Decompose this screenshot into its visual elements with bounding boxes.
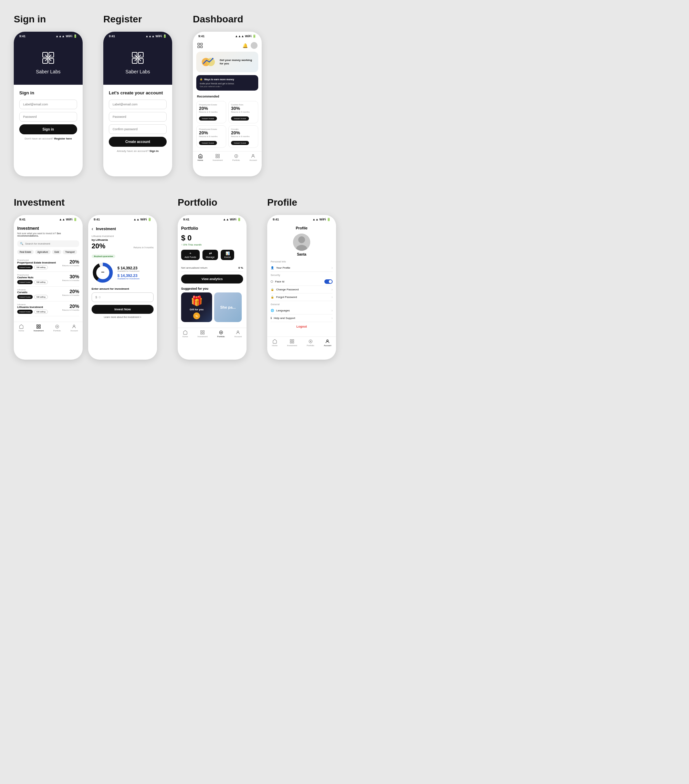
signin-register-link[interactable]: Register here	[54, 137, 72, 140]
detail-percent: 20%	[92, 242, 105, 250]
dash-invest-btn-2[interactable]: Instant Invest	[231, 117, 249, 120]
invdetail-time: 9:41	[94, 218, 100, 221]
port-nav-home[interactable]: Home	[183, 330, 188, 338]
learn-more-link[interactable]: Learn more about the investment >	[92, 316, 154, 318]
signin-logo-text: Saber Labs	[36, 69, 61, 74]
invlist-nav-portfolio[interactable]: Portfolio	[53, 324, 61, 332]
port-nav-investment[interactable]: Investment	[197, 330, 208, 338]
dash-invest-btn-4[interactable]: Instant Invest	[231, 141, 249, 145]
change-password-item[interactable]: 🔒 Change Password ›	[271, 286, 333, 293]
filter-real-estate[interactable]: Real Estate	[17, 250, 34, 254]
dashboard-promo[interactable]: 🔒 Ways to earn more money Invite your fr…	[196, 75, 258, 91]
donut-info: $ 14,392.23 Available for Investment $ 1…	[117, 266, 140, 280]
selling-btn-2[interactable]: Still selling	[34, 280, 48, 284]
dash-invest-btn-3[interactable]: Instant Invest	[199, 141, 217, 145]
port-nav-portfolio[interactable]: Portfolio	[217, 330, 225, 338]
selling-btn-4[interactable]: Still selling	[34, 310, 48, 314]
manage-icon: ⇄	[209, 252, 212, 255]
signin-password-input[interactable]	[19, 112, 77, 122]
selling-btn-1[interactable]: Still selling	[34, 265, 48, 269]
dashboard-cards-grid: Propertyvest Estate 20% Returns in 9 mon…	[193, 100, 262, 149]
detail-back-header: ‹ Investment	[92, 226, 154, 232]
filter-transport[interactable]: Transport	[62, 250, 77, 254]
dash-nav-portfolio[interactable]: Portfolio	[232, 154, 240, 161]
invest-btn-3[interactable]: Instant Invest	[17, 295, 33, 299]
portfolio-actions: + Add Funds ⇄ Manage 📊 Invest	[181, 250, 243, 260]
dashboard-phone: 9:41 ▲▲▲ WiFi 🔋 🔔	[193, 32, 262, 176]
languages-item[interactable]: 🌐 Languages ›	[271, 307, 333, 315]
logout-button[interactable]: Logout	[271, 322, 333, 331]
filter-agriculture[interactable]: Agriculture	[35, 250, 51, 254]
dash-invest-btn-1[interactable]: Instant Invest	[199, 117, 217, 120]
invest-now-button[interactable]: Invest Now	[92, 305, 154, 314]
face-id-icon: ⬡	[271, 280, 273, 283]
invlist-item-2: Propertyvest Cashew Nuts Instant Invest …	[17, 272, 79, 287]
invest-btn-2[interactable]: Instant Invest	[17, 280, 33, 284]
currency-symbol: $	[95, 296, 97, 299]
signin-button[interactable]: Sign in	[19, 124, 77, 134]
register-confirm-input[interactable]	[109, 124, 167, 134]
dash-nav-home[interactable]: Home	[197, 154, 203, 161]
investment-list-content: Investment Not sure what you want to inv…	[14, 222, 83, 320]
invest-btn-1[interactable]: Instant Invest	[17, 265, 33, 269]
help-support-item[interactable]: ℹ Help and Support ›	[271, 315, 333, 322]
register-button[interactable]: Create account	[109, 137, 167, 147]
svg-point-17	[207, 58, 215, 66]
invest-button[interactable]: 📊 Invest	[221, 250, 234, 260]
amount-input-box[interactable]: $ 0	[92, 292, 154, 302]
view-analytics-button[interactable]: View analytics	[181, 275, 243, 283]
register-email-input[interactable]	[109, 100, 167, 109]
dash-nav-investment[interactable]: Investment	[213, 154, 223, 161]
portfolio-change: ↑ 0% This month	[181, 243, 243, 246]
add-funds-button[interactable]: + Add Funds	[181, 250, 200, 260]
signin-email-input[interactable]	[19, 100, 77, 109]
invlist-search-input[interactable]	[25, 242, 76, 245]
gift-card-1: 🎁 Gift for you %	[181, 292, 212, 322]
your-profile-item[interactable]: 👤 Your Profile ›	[271, 264, 333, 272]
face-id-toggle[interactable]	[324, 279, 333, 284]
svg-point-53	[310, 341, 311, 342]
invlist-nav-investment[interactable]: Investment	[34, 324, 44, 332]
invest-btn-4[interactable]: Instant Invest	[17, 310, 33, 314]
manage-button[interactable]: ⇄ Manage	[202, 250, 218, 260]
dash-card-4: Corvalis 20% Returns in 9 months Instant…	[228, 125, 258, 148]
invlist-nav-home[interactable]: Home	[18, 324, 24, 332]
svg-point-24	[235, 156, 237, 157]
dashboard-avatar[interactable]	[251, 42, 258, 49]
chart-amount2: $ 14,392.23	[117, 273, 140, 278]
invlist-search-bar[interactable]: 🔍	[17, 240, 79, 247]
register-signin-link[interactable]: Sign in	[150, 150, 159, 153]
portfolio-content: Portfolio $ 0 ↑ 0% This month + Add Fund…	[178, 222, 247, 326]
port-nav-account[interactable]: Account	[234, 330, 242, 338]
register-password-input[interactable]	[109, 112, 167, 122]
prof-nav-home[interactable]: Home	[272, 339, 278, 346]
promo-link[interactable]: Get your referral code >	[200, 85, 255, 88]
suggested-label: Suggested for you	[181, 287, 243, 290]
prof-nav-account[interactable]: Account	[324, 339, 331, 346]
svg-rect-13	[201, 43, 202, 45]
filter-gold[interactable]: Gold	[52, 250, 62, 254]
back-button[interactable]: ‹	[92, 226, 93, 232]
register-status-bar: 9:41 ▲▲▲ WiFi 🔋	[103, 32, 172, 39]
invlist-nav-account[interactable]: Account	[70, 324, 78, 332]
selling-btn-3[interactable]: Still selling	[34, 295, 48, 299]
signin-status-bar: 9:41 ▲▲▲ WiFi 🔋	[14, 32, 83, 39]
chevron-right-icon4: ›	[332, 309, 333, 313]
forgot-password-item[interactable]: 🔒 Forgot Password ›	[271, 293, 333, 301]
bell-icon[interactable]: 🔔	[242, 43, 248, 48]
profile-status-bar: 9:41 ▲▲ WiFi 🔋	[267, 215, 336, 222]
signin-logo-brand: Saber	[36, 69, 49, 74]
dashboard-bottom-nav: Home Investment Portfolio Account	[193, 151, 262, 164]
signin-phones: 9:41 ▲▲▲ WiFi 🔋	[14, 32, 83, 176]
signin-time: 9:41	[19, 35, 25, 38]
invlist-time: 9:41	[19, 218, 25, 221]
register-status-icons: ▲▲▲ WiFi 🔋	[145, 35, 167, 38]
svg-rect-49	[292, 339, 294, 341]
svg-rect-26	[37, 325, 38, 326]
dash-nav-account[interactable]: Account	[249, 154, 257, 161]
prof-nav-investment[interactable]: Investment	[287, 339, 297, 346]
chart-label2: Available for Investment	[117, 278, 140, 280]
chevron-right-icon2: ›	[332, 288, 333, 292]
svg-rect-14	[197, 46, 199, 48]
prof-nav-portfolio[interactable]: Portfolio	[307, 339, 314, 346]
